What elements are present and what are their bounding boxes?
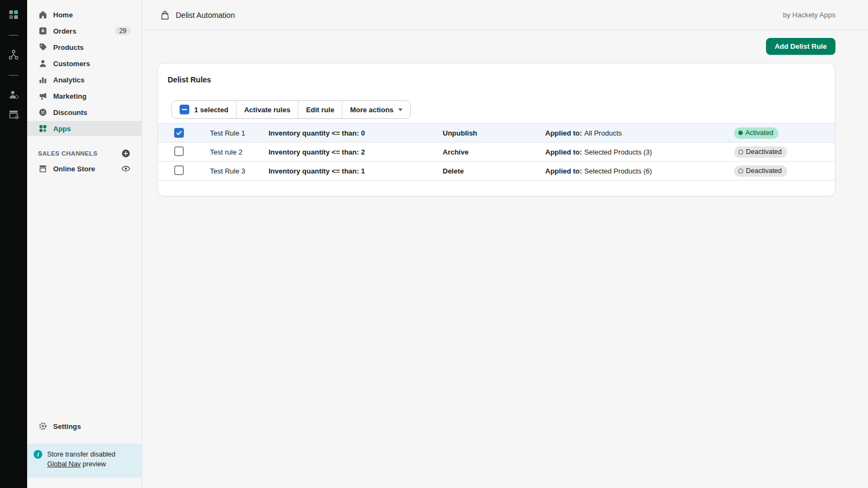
rule-applied-value: Selected Products (6) <box>584 167 652 175</box>
apps-icon <box>38 124 48 133</box>
main-content: Delist Automation by Hackety Apps Add De… <box>142 0 868 488</box>
products-tag-icon <box>38 42 48 52</box>
apps-grid-icon[interactable] <box>8 9 20 21</box>
sidebar-item-discounts[interactable]: Discounts <box>34 105 135 120</box>
discounts-icon <box>38 107 48 117</box>
sidebar-item-label: Orders <box>53 27 76 35</box>
left-rail <box>0 0 27 488</box>
preview-eye-icon[interactable] <box>121 164 131 174</box>
online-store-icon <box>38 164 48 174</box>
rule-action: Archive <box>443 148 545 156</box>
sidebar-item-label: Discounts <box>53 108 87 117</box>
rule-applied-value: All Products <box>584 129 622 137</box>
marketing-megaphone-icon <box>38 91 48 101</box>
rule-action: Unpublish <box>443 129 545 137</box>
sidebar-item-label: Settings <box>53 422 81 431</box>
app-icon <box>159 10 170 21</box>
rail-divider <box>9 35 18 36</box>
row-checkbox[interactable] <box>174 165 184 175</box>
bulk-actions-toolbar: 1 selected Activate rules Edit rule More… <box>171 100 411 119</box>
notice-line2: Global Nav preview <box>47 459 116 469</box>
sidebar-item-label: Home <box>53 11 73 19</box>
rule-applied-label: Applied to: <box>545 167 582 175</box>
sidebar-item-customers[interactable]: Customers <box>34 56 135 71</box>
status-dot-icon <box>738 131 743 135</box>
row-checkbox[interactable] <box>174 146 184 156</box>
rule-action: Delete <box>443 167 545 175</box>
table-row[interactable]: Test Rule 1 Inventory quantity <= than: … <box>158 124 835 143</box>
rule-name: Test Rule 1 <box>210 129 269 137</box>
activate-rules-button[interactable]: Activate rules <box>237 101 298 118</box>
rail-divider <box>9 75 18 76</box>
store-settings-icon[interactable] <box>8 108 20 120</box>
rule-status-badge: Deactivated <box>734 165 787 177</box>
notice-line1: Store transfer disabled <box>47 450 116 459</box>
info-icon: i <box>34 450 42 459</box>
store-transfer-notice: i Store transfer disabled Global Nav pre… <box>27 444 142 478</box>
sidebar-item-marketing[interactable]: Marketing <box>34 88 135 104</box>
sidebar-item-online-store[interactable]: Online Store <box>34 161 135 176</box>
sidebar: Home Orders 29 Products Customers Anal <box>27 0 142 488</box>
sidebar-item-label: Customers <box>53 60 90 68</box>
orders-count-badge: 29 <box>115 27 131 35</box>
rule-condition: Inventory quantity <= than: 1 <box>269 167 443 175</box>
home-icon <box>38 10 48 20</box>
sales-channels-header: SALES CHANNELS <box>34 146 135 161</box>
sidebar-item-orders[interactable]: Orders 29 <box>34 23 135 38</box>
chevron-down-icon <box>398 108 403 111</box>
rule-name: Test rule 2 <box>210 148 269 156</box>
settings-gear-icon <box>38 421 48 431</box>
sidebar-item-home[interactable]: Home <box>34 7 135 22</box>
rules-table-body: Test Rule 1 Inventory quantity <= than: … <box>158 123 835 181</box>
customers-icon <box>38 59 48 68</box>
notice-line2-rest: preview <box>81 460 106 468</box>
table-row[interactable]: Test Rule 3 Inventory quantity <= than: … <box>158 162 835 181</box>
rule-status-badge: Activated <box>734 127 778 139</box>
rule-applied-value: Selected Products (3) <box>584 148 652 156</box>
sidebar-item-label: Online Store <box>53 165 95 173</box>
table-row[interactable]: Test rule 2 Inventory quantity <= than: … <box>158 143 835 162</box>
rule-condition: Inventory quantity <= than: 2 <box>269 148 443 156</box>
add-sales-channel-button[interactable] <box>121 149 131 158</box>
rule-condition: Inventory quantity <= than: 0 <box>269 129 443 137</box>
selected-count: 1 selected <box>194 106 228 114</box>
more-actions-label: More actions <box>350 106 393 114</box>
global-nav-link[interactable]: Global Nav <box>47 460 81 468</box>
rule-name: Test Rule 3 <box>210 167 269 175</box>
hierarchy-icon[interactable] <box>8 49 20 61</box>
rule-applied-label: Applied to: <box>545 129 582 137</box>
row-checkbox[interactable] <box>174 128 184 138</box>
rule-status-badge: Deactivated <box>734 146 787 158</box>
app-header: Delist Automation by Hackety Apps <box>142 0 868 30</box>
status-label: Deactivated <box>746 147 782 157</box>
add-delist-rule-button[interactable]: Add Delist Rule <box>766 38 835 55</box>
sidebar-item-settings[interactable]: Settings <box>34 419 135 434</box>
status-ring-icon <box>738 169 743 174</box>
sidebar-item-products[interactable]: Products <box>34 40 135 55</box>
status-label: Activated <box>745 129 773 138</box>
analytics-icon <box>38 75 48 85</box>
sidebar-item-analytics[interactable]: Analytics <box>34 72 135 87</box>
sidebar-item-apps[interactable]: Apps <box>27 121 142 136</box>
page-title: Delist Automation <box>176 11 235 20</box>
sidebar-item-label: Products <box>53 43 84 52</box>
sidebar-item-label: Apps <box>53 125 71 133</box>
user-settings-icon[interactable] <box>8 89 20 101</box>
card-title: Delist Rules <box>158 63 835 84</box>
sidebar-item-label: Analytics <box>53 76 85 84</box>
select-all-checkbox[interactable] <box>180 105 189 114</box>
rule-applied-label: Applied to: <box>545 148 582 156</box>
orders-icon <box>38 26 48 36</box>
status-ring-icon <box>738 150 743 155</box>
more-actions-button[interactable]: More actions <box>342 101 410 118</box>
sales-channels-label: SALES CHANNELS <box>38 150 98 157</box>
sidebar-item-label: Marketing <box>53 92 86 100</box>
status-label: Deactivated <box>746 166 782 176</box>
edit-rule-button[interactable]: Edit rule <box>298 101 342 118</box>
delist-rules-card: Delist Rules 1 selected Activate rules E… <box>157 63 835 196</box>
app-byline: by Hackety Apps <box>783 11 835 19</box>
selection-segment[interactable]: 1 selected <box>172 101 237 118</box>
